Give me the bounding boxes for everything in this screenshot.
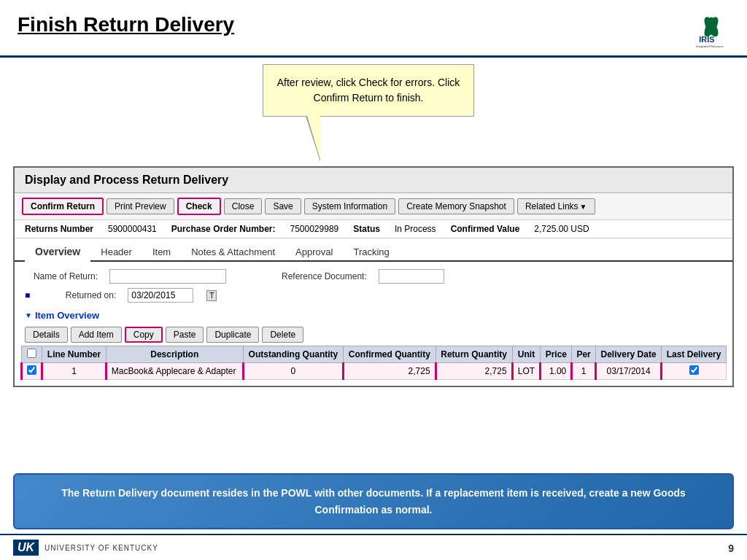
confirmed-value-label: Confirmed Value xyxy=(451,224,520,234)
footer: UK UNIVERSITY OF KENTUCKY 9 xyxy=(0,534,747,560)
name-of-return-label: Name of Return: xyxy=(25,271,98,281)
related-links-arrow-icon: ▼ xyxy=(580,203,587,211)
status-value: In Process xyxy=(395,224,436,234)
delete-button[interactable]: Delete xyxy=(262,327,303,343)
name-of-return-input[interactable] xyxy=(109,269,226,284)
item-overview-label: Item Overview xyxy=(35,310,99,321)
confirm-return-button[interactable]: Confirm Return xyxy=(22,198,104,215)
last-delivery-checkbox[interactable] xyxy=(689,365,699,375)
col-confirmed-qty: Confirmed Quantity xyxy=(344,346,436,363)
returns-number-label: Returns Number xyxy=(25,224,93,234)
callout-text: After review, click Check for errors. Cl… xyxy=(277,77,460,104)
iris-logo-icon: IRIS Integrated Resource xyxy=(693,13,729,50)
col-delivery-date: Delivery Date xyxy=(596,346,662,363)
returns-number-value: 5900000431 xyxy=(108,224,157,234)
po-number-label: Purchase Order Number: xyxy=(171,224,276,234)
callout-container: After review, click Check for errors. Cl… xyxy=(263,64,474,117)
callout-arrow xyxy=(307,116,320,160)
row-return-qty: 2,725 xyxy=(436,363,512,380)
col-description: Description xyxy=(106,346,243,363)
toolbar: Confirm Return Print Preview Check Close… xyxy=(15,193,732,220)
tab-notes-attachment[interactable]: Notes & Attachment xyxy=(181,244,285,260)
info-bar: Returns Number 5900000431 Purchase Order… xyxy=(15,220,732,238)
paste-button[interactable]: Paste xyxy=(166,327,204,343)
status-label: Status xyxy=(353,224,380,234)
required-star: ■ xyxy=(25,290,30,300)
main-panel: Display and Process Return Delivery Conf… xyxy=(13,166,734,387)
tab-overview[interactable]: Overview xyxy=(25,243,90,262)
calendar-icon[interactable]: T xyxy=(206,290,217,301)
item-overview-header[interactable]: ▼ Item Overview xyxy=(15,307,732,324)
callout-box: After review, click Check for errors. Cl… xyxy=(263,64,474,117)
add-item-button[interactable]: Add Item xyxy=(71,327,122,343)
check-button[interactable]: Check xyxy=(177,198,221,215)
related-links-button[interactable]: Related Links ▼ xyxy=(517,198,595,214)
row-confirmed-qty: 2,725 xyxy=(344,363,436,380)
create-memory-snapshot-button[interactable]: Create Memory Snapshot xyxy=(398,198,514,214)
row-outstanding-qty: 0 xyxy=(243,363,343,380)
section-toggle-icon: ▼ xyxy=(25,311,32,319)
page-number: 9 xyxy=(728,542,734,554)
confirmed-value-value: 2,725.00 USD xyxy=(534,224,589,234)
row-price: 1.00 xyxy=(541,363,572,380)
item-toolbar: Details Add Item Copy Paste Duplicate De… xyxy=(15,324,732,346)
form-row-date: ■ Returned on: 03/20/2015 T xyxy=(25,288,722,303)
tab-approval[interactable]: Approval xyxy=(285,244,343,260)
uk-logo: UK xyxy=(13,540,39,556)
returned-on-label: Returned on: xyxy=(43,290,116,300)
logo-area: IRIS Integrated Resource xyxy=(693,13,729,50)
svg-text:IRIS: IRIS xyxy=(699,35,714,44)
col-price: Price xyxy=(541,346,572,363)
header: Finish Return Delivery IRIS Integrated R… xyxy=(0,0,747,58)
page-title: Finish Return Delivery xyxy=(18,13,234,36)
print-preview-button[interactable]: Print Preview xyxy=(107,198,174,214)
svg-point-2 xyxy=(708,17,715,34)
tabs-row: Overview Header Item Notes & Attachment … xyxy=(15,238,732,262)
tab-tracking[interactable]: Tracking xyxy=(343,244,399,260)
col-return-qty: Return Quantity xyxy=(436,346,512,363)
system-information-button[interactable]: System Information xyxy=(304,198,395,214)
col-checkbox xyxy=(22,346,42,363)
col-unit: Unit xyxy=(512,346,541,363)
close-button[interactable]: Close xyxy=(224,198,263,214)
returned-on-input[interactable]: 03/20/2015 xyxy=(128,288,193,303)
row-unit: LOT xyxy=(512,363,541,380)
items-table: Line Number Description Outstanding Quan… xyxy=(20,346,727,380)
form-row-name: Name of Return: Reference Document: xyxy=(25,269,722,284)
col-per: Per xyxy=(572,346,596,363)
panel-title: Display and Process Return Delivery xyxy=(15,168,732,193)
col-outstanding-qty: Outstanding Quantity xyxy=(243,346,343,363)
copy-button[interactable]: Copy xyxy=(125,327,163,343)
university-name: UNIVERSITY OF KENTUCKY xyxy=(44,544,158,552)
tab-item[interactable]: Item xyxy=(142,244,181,260)
ref-doc-label: Reference Document: xyxy=(282,271,367,281)
save-button[interactable]: Save xyxy=(265,198,301,214)
row-description: MacBook& Applecare & Adapter xyxy=(106,363,243,380)
tab-header[interactable]: Header xyxy=(90,244,142,260)
col-last-delivery: Last Delivery xyxy=(662,346,727,363)
col-line-number: Line Number xyxy=(42,346,106,363)
select-all-checkbox[interactable] xyxy=(27,349,36,358)
table-row[interactable]: 1 MacBook& Applecare & Adapter 0 2,725 2… xyxy=(22,363,727,380)
duplicate-button[interactable]: Duplicate xyxy=(206,327,259,343)
row-delivery-date: 03/17/2014 xyxy=(596,363,662,380)
ref-doc-input[interactable] xyxy=(379,269,444,284)
row-per: 1 xyxy=(572,363,596,380)
po-number-value: 7500029989 xyxy=(290,224,338,234)
row-last-delivery xyxy=(662,363,727,380)
row-checkbox[interactable] xyxy=(27,365,36,375)
details-button[interactable]: Details xyxy=(25,327,68,343)
svg-text:Integrated Resource: Integrated Resource xyxy=(696,44,724,48)
form-section: Name of Return: Reference Document: ■ Re… xyxy=(15,262,732,303)
table-container: Line Number Description Outstanding Quan… xyxy=(15,346,732,386)
bottom-message-text: The Return Delivery document resides in … xyxy=(29,485,718,518)
row-line-number: 1 xyxy=(42,363,106,380)
row-checkbox-cell xyxy=(22,363,42,380)
bottom-message-box: The Return Delivery document resides in … xyxy=(13,473,734,529)
